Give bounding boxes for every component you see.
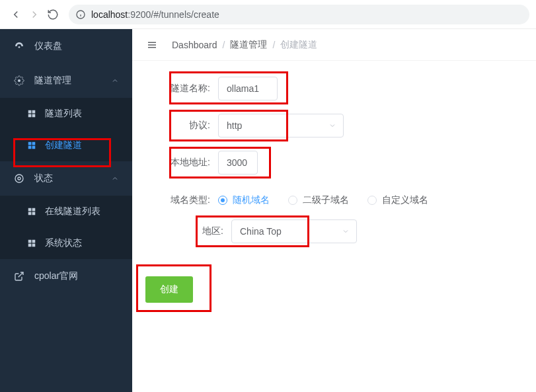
gear-icon (13, 75, 25, 87)
main-content: Dashboard / 隧道管理 / 创建隧道 隧道名称: 协议: http (132, 29, 536, 392)
browser-url-bar[interactable]: localhost:9200/#/tunnels/create (69, 5, 529, 24)
sidebar-item-label: cpolar官网 (34, 270, 78, 282)
sidebar-item-cpolar-site[interactable]: cpolar官网 (0, 259, 132, 294)
svg-rect-20 (32, 240, 36, 243)
svg-point-4 (18, 79, 20, 82)
grid-icon (26, 140, 37, 151)
local-addr-label: 本地地址: (159, 157, 218, 169)
local-addr-input[interactable] (218, 151, 258, 175)
svg-rect-7 (28, 114, 32, 118)
svg-rect-6 (32, 110, 36, 114)
breadcrumb-path[interactable]: 隧道管理 (230, 39, 267, 51)
sidebar-item-create-tunnel[interactable]: 创建隧道 (0, 130, 132, 161)
sidebar-item-label: 隧道列表 (45, 108, 82, 120)
browser-reload-button[interactable] (44, 5, 62, 24)
sidebar-item-label: 仪表盘 (34, 40, 62, 52)
svg-rect-19 (28, 240, 32, 243)
sidebar-item-dashboard[interactable]: 仪表盘 (0, 29, 132, 63)
svg-rect-10 (32, 142, 36, 145)
menu-toggle-icon[interactable] (145, 38, 159, 52)
radio-subdomain[interactable]: 二级子域名 (288, 194, 349, 206)
chevron-down-icon (328, 122, 336, 130)
region-value: China Top (240, 226, 282, 237)
sidebar-item-label: 在线隧道列表 (45, 206, 100, 217)
radio-label: 随机域名 (233, 194, 270, 206)
breadcrumb-separator: / (272, 40, 275, 50)
svg-line-23 (19, 272, 23, 277)
protocol-select[interactable]: http (218, 114, 344, 137)
gear-icon (13, 173, 25, 184)
grid-icon (26, 206, 37, 217)
sidebar-item-online-tunnels[interactable]: 在线隧道列表 (0, 196, 132, 227)
chevron-down-icon (342, 227, 350, 235)
svg-rect-5 (28, 110, 32, 114)
domain-type-radio-group: 随机域名 二级子域名 自定义域名 (218, 194, 428, 206)
sidebar-item-tunnel-mgmt[interactable]: 隧道管理 (0, 63, 132, 98)
svg-rect-17 (28, 212, 32, 216)
breadcrumb-root[interactable]: Dashboard (172, 40, 217, 50)
radio-circle-icon (367, 196, 377, 205)
browser-url-text: localhost:9200/#/tunnels/create (91, 9, 219, 20)
region-select[interactable]: China Top (231, 219, 357, 243)
domain-type-label: 域名类型: (159, 194, 218, 206)
svg-rect-12 (32, 146, 36, 149)
sidebar-item-label: 隧道管理 (34, 75, 71, 87)
sidebar-item-tunnel-list[interactable]: 隧道列表 (0, 98, 132, 130)
svg-rect-11 (28, 146, 32, 149)
svg-rect-16 (32, 208, 36, 212)
svg-point-13 (18, 177, 20, 180)
grid-icon (26, 238, 37, 249)
svg-rect-8 (32, 114, 36, 118)
chevron-up-icon (111, 175, 119, 182)
sidebar-item-status[interactable]: 状态 (0, 161, 132, 196)
protocol-value: http (227, 120, 242, 131)
sidebar-item-label: 系统状态 (45, 237, 82, 249)
protocol-label: 协议: (159, 120, 218, 132)
info-icon (75, 9, 86, 20)
grid-icon (26, 108, 37, 119)
svg-point-3 (19, 46, 20, 48)
svg-rect-21 (28, 244, 32, 247)
radio-custom-domain[interactable]: 自定义域名 (367, 194, 428, 206)
tunnel-name-label: 隧道名称: (159, 83, 218, 95)
region-label: 地区: (192, 225, 231, 237)
radio-label: 自定义域名 (382, 194, 428, 206)
sidebar-item-label: 状态 (34, 173, 53, 184)
chevron-up-icon (111, 77, 119, 85)
create-button[interactable]: 创建 (145, 276, 193, 303)
svg-rect-15 (28, 208, 32, 212)
tunnel-name-input[interactable] (218, 77, 278, 100)
svg-point-14 (15, 175, 23, 182)
radio-circle-icon (288, 196, 297, 205)
external-link-icon (13, 270, 25, 282)
sidebar: 仪表盘 隧道管理 隧道列表 (0, 29, 132, 392)
breadcrumb-separator: / (223, 40, 225, 50)
svg-rect-9 (28, 142, 32, 145)
sidebar-item-label: 创建隧道 (45, 139, 82, 151)
radio-label: 二级子域名 (303, 194, 349, 206)
radio-random-domain[interactable]: 随机域名 (218, 194, 270, 206)
svg-rect-22 (32, 244, 36, 247)
radio-circle-icon (218, 196, 227, 205)
sidebar-item-system-status[interactable]: 系统状态 (0, 227, 132, 259)
svg-rect-18 (32, 212, 36, 216)
browser-back-button[interactable] (7, 5, 25, 24)
create-tunnel-form: 隧道名称: 协议: http (132, 61, 536, 319)
browser-bar: localhost:9200/#/tunnels/create (0, 0, 536, 29)
dashboard-icon (13, 40, 25, 52)
breadcrumb: Dashboard / 隧道管理 / 创建隧道 (132, 29, 536, 61)
browser-forward-button[interactable] (25, 5, 44, 24)
breadcrumb-current: 创建隧道 (280, 39, 317, 51)
